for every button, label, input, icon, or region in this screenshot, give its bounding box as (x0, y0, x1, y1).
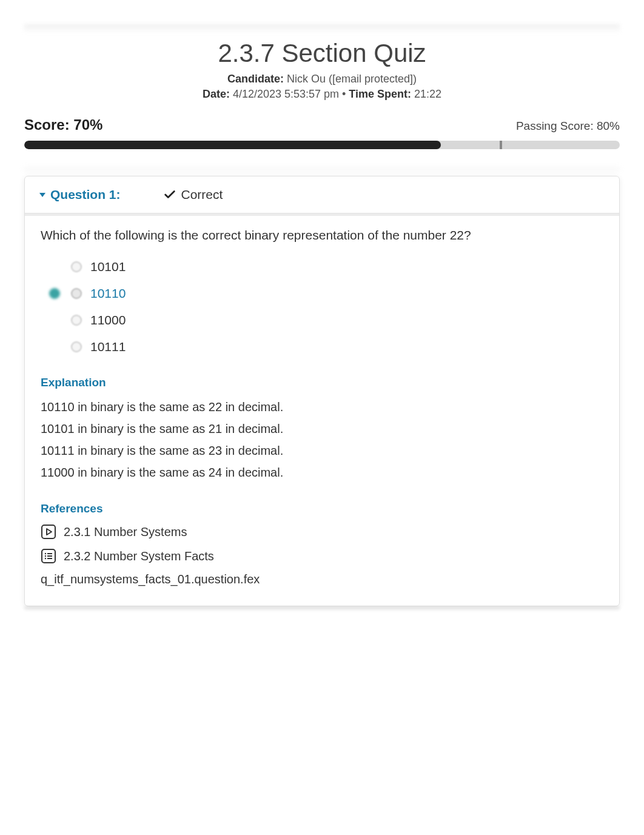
quiz-title: 2.3.7 Section Quiz (24, 39, 620, 68)
svg-marker-2 (47, 529, 52, 535)
option: 11000 (47, 313, 603, 327)
radio-icon (71, 341, 82, 352)
date-label: Date: (203, 88, 230, 100)
status-text: Correct (181, 187, 223, 202)
question-status: Correct (163, 187, 223, 202)
explanation-heading: Explanation (41, 376, 603, 389)
option: 10110 (47, 286, 603, 301)
video-icon (41, 524, 56, 540)
question-body: Which of the following is the correct bi… (25, 213, 619, 606)
svg-point-4 (45, 553, 46, 554)
date-line: Date: 4/12/2023 5:53:57 pm • Time Spent:… (24, 88, 620, 101)
list-icon (41, 548, 56, 564)
radio-col (70, 288, 83, 299)
option: 10111 (47, 340, 603, 354)
option-label: 10111 (90, 340, 126, 354)
section-gap (24, 167, 620, 173)
question-file: q_itf_numsystems_facts_01.question.fex (41, 572, 603, 586)
option-label: 10101 (90, 260, 126, 274)
passing-tick (500, 141, 502, 149)
check-icon (163, 188, 176, 201)
svg-point-8 (45, 558, 46, 559)
reference-label: 2.3.2 Number System Facts (64, 549, 214, 563)
svg-point-6 (45, 555, 46, 557)
option: 10101 (47, 260, 603, 274)
candidate-line: Candidate: Nick Ou ([email protected]) (24, 73, 620, 86)
correct-dot-icon (49, 288, 60, 299)
explanation-line: 10101 in binary is the same as 21 in dec… (41, 420, 603, 438)
references-heading: References (41, 502, 603, 515)
reference-item[interactable]: 2.3.1 Number Systems (41, 524, 603, 540)
explanation-text: 10110 in binary is the same as 22 in dec… (41, 398, 603, 481)
svg-rect-1 (42, 525, 55, 538)
option-label: 11000 (90, 313, 126, 327)
question-title: Question 1: (38, 187, 121, 202)
top-blur (24, 24, 620, 33)
meta-separator: • (339, 88, 349, 100)
question-card: Question 1: Correct Which of the followi… (24, 176, 620, 606)
radio-icon (71, 288, 82, 299)
score-row: Score: 70% Passing Score: 80% (24, 116, 620, 133)
time-label: Time Spent: (349, 88, 411, 100)
time-value: 21:22 (411, 88, 441, 100)
svg-marker-0 (39, 193, 45, 197)
card-bottom-shadow (24, 606, 620, 611)
radio-col (70, 341, 83, 352)
explanation-line: 11000 in binary is the same as 24 in dec… (41, 463, 603, 481)
radio-col (70, 261, 83, 272)
candidate-value: Nick Ou ([email protected]) (284, 73, 417, 85)
radio-icon (71, 315, 82, 326)
date-value: 4/12/2023 5:53:57 pm (230, 88, 339, 100)
reference-label: 2.3.1 Number Systems (64, 525, 187, 539)
passing-score: Passing Score: 80% (516, 119, 620, 133)
options-list: 10101 10110 11000 10111 (47, 260, 603, 354)
candidate-label: Candidate: (227, 73, 284, 85)
explanation-section: Explanation 10110 in binary is the same … (41, 376, 603, 481)
option-label: 10110 (90, 286, 126, 301)
explanation-line: 10111 in binary is the same as 23 in dec… (41, 441, 603, 460)
explanation-line: 10110 in binary is the same as 22 in dec… (41, 398, 603, 416)
reference-item[interactable]: 2.3.2 Number System Facts (41, 548, 603, 564)
question-header[interactable]: Question 1: Correct (25, 176, 619, 213)
indicator-col (47, 288, 62, 299)
radio-col (70, 315, 83, 326)
score-label: Score: 70% (24, 116, 102, 133)
question-number: Question 1: (50, 187, 121, 202)
question-prompt: Which of the following is the correct bi… (41, 228, 603, 243)
score-progress-bar (24, 141, 620, 149)
caret-down-icon (38, 190, 47, 199)
radio-icon (71, 261, 82, 272)
progress-fill (24, 141, 441, 149)
references-section: References 2.3.1 Number Systems 2.3.2 Nu… (41, 502, 603, 586)
